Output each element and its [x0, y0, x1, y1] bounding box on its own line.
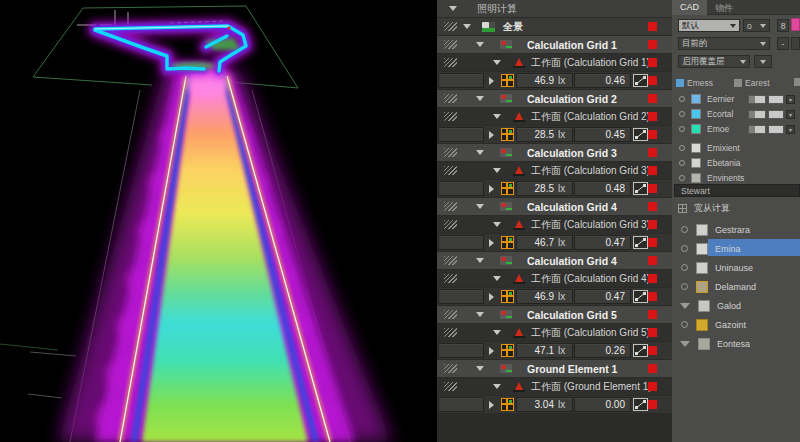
- surface-row[interactable]: 工作面 (Calculation Grid 3): [437, 162, 672, 179]
- grid-header-row[interactable]: Calculation Grid 4: [437, 252, 672, 269]
- status-indicator[interactable]: [648, 346, 657, 355]
- layer-row[interactable]: Emoe ▾: [672, 122, 800, 136]
- status-indicator[interactable]: [648, 328, 657, 337]
- calc-grid-toggle-icon[interactable]: [501, 290, 514, 303]
- grid-header-row[interactable]: Ground Element 1: [437, 360, 672, 377]
- layer-color-swatch[interactable]: [691, 109, 701, 119]
- section-item[interactable]: Gestrara: [672, 220, 800, 239]
- calc-grid-toggle-icon[interactable]: [501, 182, 514, 195]
- collapse-caret-icon[interactable]: [476, 312, 484, 317]
- illuminance-cell[interactable]: 28.5 lx: [516, 127, 573, 142]
- collapse-caret-icon[interactable]: [476, 204, 484, 209]
- collapse-caret-icon[interactable]: [476, 96, 484, 101]
- layer-more-button[interactable]: ▾: [786, 95, 795, 104]
- cut-button[interactable]: [791, 37, 800, 50]
- status-indicator[interactable]: [648, 292, 657, 301]
- factor-cell[interactable]: 0.46: [574, 73, 631, 88]
- collapse-caret-icon[interactable]: [476, 258, 484, 263]
- status-indicator[interactable]: [648, 256, 657, 265]
- calc-grid-toggle-icon[interactable]: [501, 344, 514, 357]
- values-row[interactable]: 46.7 lx 0.47: [437, 234, 672, 251]
- status-indicator[interactable]: [648, 58, 657, 67]
- visibility-hatch-icon[interactable]: [444, 328, 457, 337]
- list-header-left[interactable]: Emess: [676, 78, 713, 88]
- expand-caret-icon[interactable]: [489, 77, 494, 85]
- visibility-hatch-icon[interactable]: [444, 94, 457, 103]
- layer-color-swatch[interactable]: [691, 143, 701, 153]
- section-item[interactable]: Gazoint: [672, 315, 800, 334]
- calc-grid-toggle-icon[interactable]: [501, 398, 514, 411]
- item-color-swatch[interactable]: [696, 224, 708, 236]
- overlay-expand-button[interactable]: [754, 55, 772, 68]
- status-indicator[interactable]: [648, 382, 657, 391]
- visibility-eye-icon[interactable]: [681, 264, 688, 271]
- surface-row[interactable]: 工作面 (Calculation Grid 5): [437, 324, 672, 341]
- values-row[interactable]: 3.04 lx 0.00: [437, 396, 672, 413]
- collapse-caret-icon[interactable]: [493, 384, 501, 389]
- visibility-eye-icon[interactable]: [679, 145, 685, 151]
- item-color-swatch[interactable]: [696, 243, 708, 255]
- visibility-hatch-icon[interactable]: [444, 166, 457, 175]
- grid-header-row[interactable]: Calculation Grid 5: [437, 306, 672, 323]
- factor-cell[interactable]: 0.00: [574, 397, 631, 412]
- status-indicator[interactable]: [648, 274, 657, 283]
- item-color-swatch[interactable]: [696, 319, 708, 331]
- collapse-caret-icon[interactable]: [493, 276, 501, 281]
- layer-row[interactable]: Eernier ▾: [672, 92, 800, 106]
- collapse-caret-icon[interactable]: [463, 24, 471, 29]
- grid-header-row[interactable]: Calculation Grid 4: [437, 198, 672, 215]
- illuminance-cell[interactable]: 47.1 lx: [516, 343, 573, 358]
- item-color-swatch[interactable]: [698, 300, 710, 312]
- section-item[interactable]: Emina: [672, 239, 800, 258]
- list-header-right[interactable]: Earest: [734, 78, 770, 88]
- layer-color-swatch[interactable]: [691, 94, 701, 104]
- 3d-viewport[interactable]: [0, 0, 437, 442]
- small-button-1[interactable]: 8: [777, 19, 789, 32]
- status-indicator[interactable]: [648, 220, 657, 229]
- values-row[interactable]: 28.5 lx 0.45: [437, 126, 672, 143]
- collapse-caret-icon[interactable]: [493, 330, 501, 335]
- collapse-caret-icon[interactable]: [493, 60, 501, 65]
- tree-title-row[interactable]: 照明计算: [437, 0, 672, 17]
- surface-row[interactable]: 工作面 (Calculation Grid 1): [437, 54, 672, 71]
- values-row[interactable]: 46.9 lx 0.46: [437, 72, 672, 89]
- layer-more-button[interactable]: ▾: [786, 110, 795, 119]
- status-indicator[interactable]: [648, 310, 657, 319]
- falloff-curve-icon[interactable]: [633, 74, 648, 87]
- factor-cell[interactable]: 0.45: [574, 127, 631, 142]
- illuminance-cell[interactable]: 28.5 lx: [516, 181, 573, 196]
- visibility-eye-icon[interactable]: [679, 111, 685, 117]
- triangle-icon[interactable]: [680, 341, 690, 347]
- layer-option-button[interactable]: [748, 110, 766, 119]
- filter-dropdown[interactable]: 目前的: [678, 37, 770, 50]
- expand-caret-icon[interactable]: [489, 131, 494, 139]
- tab-objects[interactable]: 物件: [707, 0, 741, 15]
- visibility-eye-icon[interactable]: [679, 96, 685, 102]
- visibility-hatch-icon[interactable]: [444, 310, 457, 319]
- visibility-hatch-icon[interactable]: [444, 382, 457, 391]
- status-indicator[interactable]: [648, 40, 657, 49]
- status-indicator[interactable]: [648, 202, 657, 211]
- status-indicator[interactable]: [648, 76, 657, 85]
- item-color-swatch[interactable]: [698, 338, 710, 350]
- visibility-eye-icon[interactable]: [681, 321, 688, 328]
- grid-header-row[interactable]: Calculation Grid 3: [437, 144, 672, 161]
- scene-root-row[interactable]: 全景: [437, 18, 672, 35]
- item-color-swatch[interactable]: [696, 262, 708, 274]
- expand-caret-icon[interactable]: [489, 293, 494, 301]
- status-indicator[interactable]: [648, 148, 657, 157]
- layer-more-button[interactable]: ▾: [786, 125, 795, 134]
- layer-option-button[interactable]: [768, 110, 784, 119]
- status-indicator[interactable]: [648, 184, 657, 193]
- small-button-2[interactable]: -: [777, 37, 789, 50]
- collapse-caret-icon[interactable]: [449, 6, 457, 11]
- accent-pink-button[interactable]: [791, 18, 800, 31]
- layer-row[interactable]: Envinents: [672, 171, 800, 185]
- item-color-swatch[interactable]: [696, 281, 708, 293]
- values-row[interactable]: 47.1 lx 0.26: [437, 342, 672, 359]
- falloff-curve-icon[interactable]: [633, 182, 648, 195]
- illuminance-cell[interactable]: 46.9 lx: [516, 73, 573, 88]
- visibility-hatch-icon[interactable]: [444, 274, 457, 283]
- expand-caret-icon[interactable]: [489, 401, 494, 409]
- collapse-caret-icon[interactable]: [476, 150, 484, 155]
